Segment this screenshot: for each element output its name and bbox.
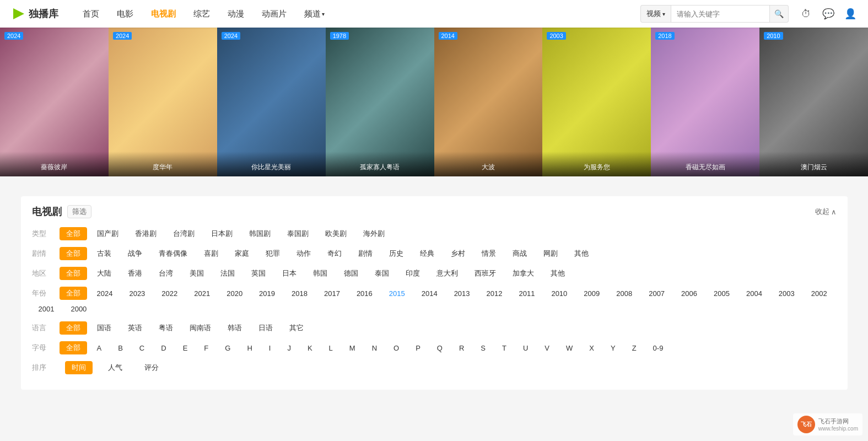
filter-tag-1-3[interactable]: 青春偶像 [152, 247, 194, 260]
filter-tag-4-7[interactable]: 其它 [283, 321, 310, 335]
filter-tag-5-26[interactable]: Z [626, 342, 643, 354]
filter-tag-2-10[interactable]: 泰国 [368, 267, 396, 280]
nav-cartoon[interactable]: 动画片 [254, 6, 294, 23]
filter-tag-4-2[interactable]: 英语 [121, 321, 149, 335]
filter-tag-0-1[interactable]: 国产剧 [90, 227, 125, 240]
filter-tag-3-10[interactable]: 2015 [382, 288, 412, 299]
filter-tag-4-0[interactable]: 全部 [60, 321, 87, 335]
filter-tag-0-8[interactable]: 海外剧 [357, 227, 391, 240]
filter-tag-3-1[interactable]: 2024 [90, 288, 120, 299]
filter-tag-3-7[interactable]: 2018 [285, 288, 314, 299]
filter-tag-5-25[interactable]: Y [604, 342, 622, 354]
filter-tag-3-18[interactable]: 2007 [642, 288, 671, 299]
banner-item-5[interactable]: 2003 为服务您 [542, 28, 651, 176]
filter-tag-3-15[interactable]: 2010 [544, 288, 574, 299]
filter-tag-3-8[interactable]: 2017 [317, 288, 347, 299]
filter-tag-3-13[interactable]: 2012 [480, 288, 509, 299]
banner-item-1[interactable]: 2024 度华年 [109, 28, 217, 176]
filter-tag-2-13[interactable]: 西班牙 [468, 267, 503, 280]
filter-tag-1-2[interactable]: 战争 [121, 247, 149, 260]
filter-tag-1-9[interactable]: 剧情 [352, 247, 379, 260]
filter-tag-5-8[interactable]: H [240, 342, 258, 354]
filter-tag-5-0[interactable]: 全部 [60, 341, 87, 354]
filter-tag-5-20[interactable]: T [495, 342, 513, 354]
filter-tag-1-15[interactable]: 网剧 [537, 247, 564, 260]
filter-tag-0-2[interactable]: 香港剧 [128, 227, 163, 240]
filter-button[interactable]: 筛选 [67, 205, 91, 218]
filter-tag-5-4[interactable]: D [154, 342, 172, 354]
filter-tag-2-1[interactable]: 大陆 [90, 267, 118, 280]
filter-tag-5-22[interactable]: V [538, 342, 556, 354]
filter-tag-3-21[interactable]: 2004 [740, 288, 769, 299]
filter-tag-1-16[interactable]: 其他 [568, 247, 595, 260]
filter-tag-1-8[interactable]: 奇幻 [321, 247, 348, 260]
banner-item-2[interactable]: 2024 你比星光美丽 [217, 28, 326, 176]
filter-tag-5-7[interactable]: G [218, 342, 237, 354]
filter-tag-1-0[interactable]: 全部 [60, 247, 87, 260]
sort-option-time[interactable]: 时间 [65, 361, 93, 374]
filter-tag-3-16[interactable]: 2009 [577, 288, 606, 299]
banner-item-6[interactable]: 2018 香磁无尽如画 [651, 28, 759, 176]
filter-tag-5-11[interactable]: K [301, 342, 319, 354]
filter-tag-3-3[interactable]: 2022 [155, 288, 184, 299]
filter-tag-2-2[interactable]: 香港 [121, 267, 149, 280]
filter-tag-4-6[interactable]: 日语 [252, 321, 279, 335]
filter-tag-4-3[interactable]: 粤语 [152, 321, 180, 335]
filter-tag-5-10[interactable]: J [281, 342, 298, 354]
filter-tag-3-17[interactable]: 2008 [610, 288, 639, 299]
filter-tag-1-13[interactable]: 情景 [475, 247, 503, 260]
filter-tag-3-25[interactable]: 2000 [64, 303, 93, 315]
filter-tag-2-7[interactable]: 日本 [276, 267, 303, 280]
filter-tag-2-12[interactable]: 意大利 [430, 267, 465, 280]
filter-tag-3-23[interactable]: 2002 [805, 288, 834, 299]
filter-tag-3-9[interactable]: 2016 [350, 288, 379, 299]
filter-tag-5-23[interactable]: W [559, 342, 579, 354]
filter-tag-2-6[interactable]: 英国 [245, 267, 272, 280]
filter-tag-4-5[interactable]: 韩语 [221, 321, 249, 335]
search-button[interactable]: 🔍 [770, 5, 789, 23]
filter-tag-5-24[interactable]: X [583, 342, 601, 354]
filter-tag-2-14[interactable]: 加拿大 [506, 267, 541, 280]
filter-tag-5-13[interactable]: M [343, 342, 362, 354]
message-icon[interactable]: 💬 [822, 7, 835, 20]
filter-tag-3-2[interactable]: 2023 [122, 288, 152, 299]
filter-tag-0-4[interactable]: 日本剧 [204, 227, 239, 240]
nav-anime[interactable]: 动漫 [220, 6, 252, 23]
filter-tag-3-24[interactable]: 2001 [32, 303, 61, 315]
filter-tag-5-27[interactable]: 0-9 [646, 342, 670, 354]
filter-tag-5-3[interactable]: C [133, 342, 151, 354]
filter-tag-3-20[interactable]: 2005 [707, 288, 736, 299]
filter-tag-5-21[interactable]: U [516, 342, 535, 354]
filter-tag-0-5[interactable]: 韩国剧 [242, 227, 277, 240]
filter-tag-0-6[interactable]: 泰国剧 [281, 227, 315, 240]
filter-tag-5-6[interactable]: F [197, 342, 215, 354]
filter-tag-2-15[interactable]: 其他 [544, 267, 572, 280]
banner-item-7[interactable]: 2010 澳门烟云 [759, 28, 868, 176]
filter-tag-3-12[interactable]: 2013 [448, 288, 477, 299]
filter-tag-3-19[interactable]: 2006 [675, 288, 704, 299]
filter-tag-1-4[interactable]: 喜剧 [197, 247, 225, 260]
nav-tv[interactable]: 电视剧 [143, 6, 184, 23]
filter-tag-1-14[interactable]: 商战 [506, 247, 533, 260]
filter-tag-2-0[interactable]: 全部 [60, 267, 87, 280]
filter-tag-2-4[interactable]: 美国 [183, 267, 211, 280]
filter-tag-4-4[interactable]: 闽南语 [183, 321, 218, 335]
nav-channel[interactable]: 频道 ▾ [296, 6, 332, 23]
filter-tag-3-14[interactable]: 2011 [512, 288, 541, 299]
sort-option-rating[interactable]: 评分 [138, 361, 165, 374]
filter-tag-2-8[interactable]: 韩国 [306, 267, 334, 280]
search-input[interactable] [671, 5, 770, 23]
filter-tag-5-19[interactable]: S [474, 342, 492, 354]
filter-tag-5-14[interactable]: N [365, 342, 384, 354]
filter-tag-3-6[interactable]: 2019 [252, 288, 282, 299]
filter-tag-0-0[interactable]: 全部 [60, 227, 87, 240]
filter-tag-5-15[interactable]: O [387, 342, 406, 354]
history-icon[interactable]: ⏱ [800, 7, 813, 20]
filter-tag-1-11[interactable]: 经典 [413, 247, 441, 260]
filter-tag-5-5[interactable]: E [176, 342, 195, 354]
banner-item-4[interactable]: 2014 大波 [434, 28, 543, 176]
nav-variety[interactable]: 综艺 [186, 6, 218, 23]
filter-tag-3-0[interactable]: 全部 [60, 287, 87, 300]
filter-tag-5-2[interactable]: B [111, 342, 130, 354]
filter-tag-5-12[interactable]: L [322, 342, 339, 354]
